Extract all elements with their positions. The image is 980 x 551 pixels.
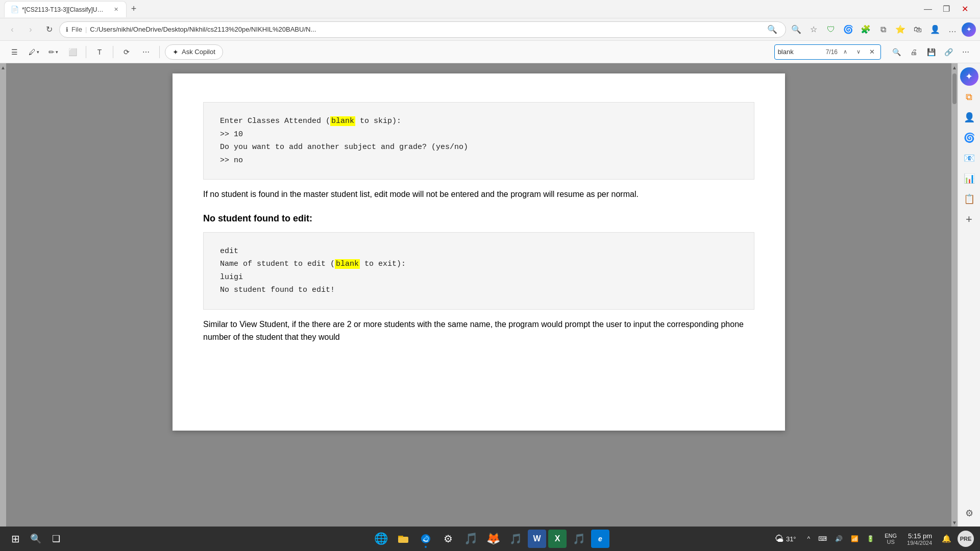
add-text-button[interactable]: T [91,44,108,60]
taskbar-itunes[interactable]: 🎵 [569,529,589,549]
search-close-button[interactable]: ✕ [866,46,877,58]
search-button[interactable]: 🔍 [27,530,45,548]
back-button[interactable]: ‹ [4,21,20,38]
sidebar-bar2-icon[interactable]: 📋 [960,190,978,208]
zoom-button[interactable]: 🔍 [765,22,779,37]
date-display: 19/4/2024 [907,540,932,546]
sidebar-copilot-icon[interactable]: ✦ [960,67,978,86]
search-up-button[interactable]: ∧ [840,46,851,58]
time-display: 5:15 pm [907,532,932,540]
left-scrollbar[interactable]: ▲ [0,63,6,527]
security-icon: ℹ [66,26,68,33]
sidebar-toggle-button[interactable]: ☰ [6,44,22,60]
pdf-search-button[interactable]: 🔍 [888,44,904,60]
taskbar-firefox[interactable]: 🦊 [483,529,503,549]
taskbar-chrome[interactable]: 🌐 [371,529,391,549]
code-line-b3: luigi [220,271,738,284]
language-label: ENG [885,533,897,539]
sidebar-profile-icon[interactable]: 👤 [960,108,978,127]
task-view-button[interactable]: ❑ [47,530,65,548]
datetime-widget[interactable]: 5:15 pm 19/4/2024 [904,531,935,547]
minimize-button[interactable]: — [921,2,935,16]
code-line-b4: No student found to edit! [220,284,738,297]
sidebar-outlook-icon[interactable]: 📧 [960,149,978,167]
right-scrollbar[interactable]: ▲ ▼ [951,63,958,527]
sidebar-bar1-icon[interactable]: 📊 [960,169,978,188]
eraser-button[interactable]: ⬜ [64,44,81,60]
code-line-1: Enter Classes Attended (blank to skip): [220,115,738,128]
scroll-up-button[interactable]: ▲ [0,63,6,71]
restore-button[interactable]: ❐ [939,2,953,16]
draw-icon: ✏ [48,48,55,56]
close-button[interactable]: ✕ [958,2,972,16]
taskbar-excel[interactable]: X [548,530,567,548]
taskbar-edge2[interactable]: e [591,530,609,548]
more-menu-button[interactable]: … [944,21,961,38]
extensions-icon[interactable]: 🧩 [857,21,874,38]
pdf-print-button[interactable]: 🖨 [905,44,922,60]
taskbar-word[interactable]: W [528,530,546,548]
tab-close-btn[interactable]: ✕ [112,6,120,14]
forward-button[interactable]: › [22,21,39,38]
search-down-button[interactable]: ∨ [853,46,864,58]
taskbar-apple-music[interactable]: 🎵 [505,529,526,549]
search-input[interactable] [778,48,824,56]
copilot-sidebar-button[interactable]: ✦ [962,22,976,37]
pdf-more-button[interactable]: ⋯ [958,44,974,60]
split-screen-icon[interactable]: ⧉ [875,21,891,38]
star-button[interactable]: ☆ [805,21,822,38]
draw-dropdown-button[interactable]: ✏ ▾ [45,44,61,60]
pdf-share-button[interactable]: 🔗 [940,44,957,60]
tray-chevron[interactable]: ^ [804,533,814,544]
sidebar-favorites-icon[interactable]: ⧉ [960,88,978,106]
zoom-in-button[interactable]: 🔍 [788,21,804,38]
scroll-thumb[interactable] [952,73,957,104]
search-bar: 7/16 ∧ ∨ ✕ [774,44,881,60]
rotate-button[interactable]: ⟳ [118,44,135,60]
shield-icon[interactable]: 🛡 [823,21,839,38]
taskbar-edge[interactable] [415,529,436,549]
ask-copilot-label: Ask Copilot [182,48,215,56]
wifi-icon[interactable]: 📶 [848,533,862,544]
profile-icon[interactable]: 👤 [927,21,943,38]
active-tab[interactable]: 📄 *[CS2113-T13-3][Classify]UG.pdf ✕ [4,1,127,17]
language-button[interactable]: ENG US [881,531,900,547]
weather-widget[interactable]: 🌤 31° [771,532,800,546]
weather-temp: 31° [786,535,796,543]
start-button[interactable]: ⊞ [6,530,24,548]
sidebar-apps-icon[interactable]: 🌀 [960,129,978,147]
profile-avatar[interactable]: PRE [958,531,974,547]
pdf-area[interactable]: Enter Classes Attended (blank to skip): … [6,63,951,527]
favorites-icon[interactable]: ⭐ [892,21,909,38]
highlight-chevron-icon: ▾ [37,49,39,55]
taskbar-settings[interactable]: ⚙ [438,529,458,549]
notification-button[interactable]: 🔔 [939,532,953,546]
highlight-blank-1: blank [330,116,355,126]
taskbar-spotify[interactable]: 🎵 [460,529,481,549]
code-block-top: Enter Classes Attended (blank to skip): … [203,102,754,180]
address-box[interactable]: ℹ File | C:/Users/nikhi/OneDrive/Desktop… [59,21,786,38]
volume-icon[interactable]: 🔊 [832,533,846,544]
refresh-button[interactable]: ↻ [41,21,57,38]
sidebar-settings-icon[interactable]: ⚙ [960,504,978,522]
draw-chevron-icon: ▾ [56,49,58,55]
address-url: C:/Users/nikhi/OneDrive/Desktop/Nikhil/c… [90,26,762,33]
edge2-icon: e [598,535,602,543]
highlight-dropdown-button[interactable]: 🖊 ▾ [26,44,42,60]
taskbar-files[interactable] [393,529,413,549]
edge-sidebar: ✦ ⧉ 👤 🌀 📧 📊 📋 + ⚙ [958,63,980,527]
scroll-bottom-button[interactable]: ▼ [952,518,957,527]
keyboard-icon[interactable]: ⌨ [815,533,830,544]
sidebar-add-icon[interactable]: + [960,210,978,229]
new-tab-button[interactable]: + [127,2,141,16]
edge-logo-icon[interactable]: 🌀 [840,21,856,38]
shopping-icon[interactable]: 🛍 [910,21,926,38]
pdf-save-button[interactable]: 💾 [923,44,939,60]
scroll-top-button[interactable]: ▲ [952,63,957,71]
more-tools-button[interactable]: ⋯ [138,44,154,60]
ask-copilot-button[interactable]: ✦ Ask Copilot [165,44,223,60]
code-line-4: >> no [220,154,738,167]
toolbar-divider-3 [159,46,160,58]
protocol-label: File [71,26,82,33]
battery-icon[interactable]: 🔋 [864,533,877,544]
